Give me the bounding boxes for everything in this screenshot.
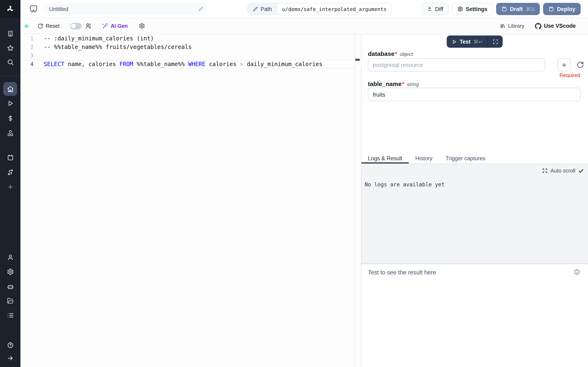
sql-text: name, calories xyxy=(64,61,120,67)
auto-scroll-toggle[interactable]: Auto scroll xyxy=(543,167,584,174)
code-line-4[interactable]: 4 SELECT name, calories FROM %%table_nam… xyxy=(20,60,355,68)
search-icon[interactable] xyxy=(0,57,20,67)
refresh-icon xyxy=(38,23,43,29)
table-name-input[interactable] xyxy=(368,88,581,101)
draft-shortcut: ⌘S xyxy=(526,6,535,12)
sidebar xyxy=(0,0,20,367)
play-icon xyxy=(451,39,457,44)
test-button[interactable]: Test ⌘↵ xyxy=(447,35,488,48)
deploy-label: Deploy xyxy=(557,6,575,12)
edit-path-pencil-icon xyxy=(253,6,258,12)
test-row: Test ⌘↵ xyxy=(361,35,588,48)
topbar: Untitled Path u/demo/safe_interpolated_a… xyxy=(20,0,588,18)
diff-button[interactable]: Diff xyxy=(421,3,449,15)
expand-icon[interactable] xyxy=(543,168,548,173)
sql-text: %%table_name%% xyxy=(133,61,188,67)
ai-gen-button[interactable]: AI Gen xyxy=(102,23,128,29)
editor-settings-gear-icon[interactable] xyxy=(139,23,145,29)
auto-scroll-label: Auto scroll xyxy=(551,167,575,174)
line-number: 1 xyxy=(20,34,34,43)
code-line-3[interactable]: 3 xyxy=(20,51,355,60)
library-icon xyxy=(500,23,506,29)
multiplayer-toggle[interactable] xyxy=(70,23,82,29)
plus-minus-icon xyxy=(426,6,432,12)
sidebar-item-flows-route-icon[interactable] xyxy=(0,167,20,177)
reset-button[interactable]: Reset xyxy=(38,23,60,29)
add-resource-button[interactable] xyxy=(557,58,571,71)
result-hint: Test to see the result here xyxy=(368,269,436,276)
collapse-arrow-right-icon[interactable] xyxy=(0,353,20,363)
info-icon[interactable] xyxy=(574,269,580,275)
script-title-input[interactable]: Untitled xyxy=(44,3,208,15)
toggle-knob xyxy=(71,24,76,28)
settings-button[interactable]: Settings xyxy=(452,3,493,15)
database-input[interactable] xyxy=(368,58,545,71)
library-button[interactable]: Library xyxy=(500,23,524,29)
no-logs-message: No logs are available yet xyxy=(365,182,444,188)
overview-ruler[interactable] xyxy=(355,34,360,367)
sidebar-item-runs-play-icon[interactable] xyxy=(0,98,20,108)
sql-keyword: WHERE xyxy=(188,61,205,67)
field-name: table_name xyxy=(368,80,402,87)
ai-robot-icon[interactable] xyxy=(0,282,20,292)
field-name: database xyxy=(368,50,394,57)
sidebar-item-schedules-calendar-icon[interactable] xyxy=(0,152,20,162)
sidebar-item-resources-cubes-icon[interactable] xyxy=(0,128,20,138)
code-text: -- %%table_name%% fruits/vegetables/cere… xyxy=(44,43,192,51)
tab-logs-result[interactable]: Logs & Result xyxy=(361,153,409,164)
settings-label: Settings xyxy=(466,6,488,12)
test-panel: Test ⌘↵ database* object Required table_… xyxy=(361,34,588,367)
sidebar-item-home[interactable] xyxy=(3,82,17,96)
sql-operator: > xyxy=(240,61,243,67)
settings-gear-icon[interactable] xyxy=(0,267,20,276)
deploy-button[interactable]: Deploy xyxy=(543,3,581,15)
path-group: Path u/demo/safe_interpolated_arguments xyxy=(247,3,392,15)
sql-keyword: SELECT xyxy=(44,61,64,67)
postgresql-icon xyxy=(29,4,38,13)
line-number: 3 xyxy=(20,51,34,60)
windmill-script-editor: Untitled Path u/demo/safe_interpolated_a… xyxy=(0,0,588,367)
code-text: -- :daily_minimum_calories (int) xyxy=(44,34,154,43)
folders-icon[interactable] xyxy=(0,296,20,305)
line-number: 2 xyxy=(20,43,34,51)
code-line-1[interactable]: 1 -- :daily_minimum_calories (int) xyxy=(20,34,355,43)
sql-text: calories xyxy=(205,61,240,67)
windmill-logo[interactable] xyxy=(0,0,20,18)
reset-label: Reset xyxy=(46,23,60,29)
path-value[interactable]: u/demo/safe_interpolated_arguments xyxy=(277,3,392,15)
sidebar-item-spend-dollar-icon[interactable] xyxy=(0,113,20,123)
required-asterisk: * xyxy=(402,80,405,87)
table-name-field-label: table_name* string xyxy=(368,80,419,87)
user-icon[interactable] xyxy=(0,252,20,262)
tab-trigger-captures[interactable]: Trigger captures xyxy=(439,153,492,164)
code-text: SELECT name, calories FROM %%table_name%… xyxy=(44,60,323,68)
topbar-actions: Diff Settings Draft ⌘S Deploy xyxy=(421,3,581,15)
status-dot xyxy=(25,24,29,28)
path-label: Path xyxy=(260,6,272,12)
workspace-building-icon[interactable] xyxy=(0,29,20,38)
code-line-2[interactable]: 2 -- %%table_name%% fruits/vegetables/ce… xyxy=(20,43,355,51)
draft-button[interactable]: Draft ⌘S xyxy=(496,3,540,15)
database-input-wrap xyxy=(368,58,545,71)
refresh-resource-icon[interactable] xyxy=(577,61,584,68)
edit-title-pencil-icon[interactable] xyxy=(198,6,203,12)
add-plus-icon[interactable] xyxy=(0,182,20,192)
audit-list-icon[interactable] xyxy=(0,310,20,320)
github-icon xyxy=(535,23,541,29)
code-editor[interactable]: 1 -- :daily_minimum_calories (int) 2 -- … xyxy=(20,34,360,367)
favorites-star-icon[interactable] xyxy=(0,43,20,53)
field-type: string xyxy=(407,82,419,87)
gear-icon xyxy=(457,6,463,12)
table-name-input-wrap xyxy=(368,88,581,101)
help-circle-icon[interactable] xyxy=(0,340,20,350)
cursor-position-mark xyxy=(355,59,360,61)
ai-gen-label: AI Gen xyxy=(111,23,128,29)
draft-label: Draft xyxy=(510,6,523,12)
toolbar-right: Library Use VScode xyxy=(500,23,588,29)
path-edit-button[interactable]: Path xyxy=(248,3,277,15)
capture-button[interactable] xyxy=(488,35,503,48)
use-vscode-button[interactable]: Use VScode xyxy=(535,23,576,29)
scan-dot-icon xyxy=(493,39,499,45)
required-note: Required xyxy=(560,73,580,78)
tab-history[interactable]: History xyxy=(409,153,439,164)
